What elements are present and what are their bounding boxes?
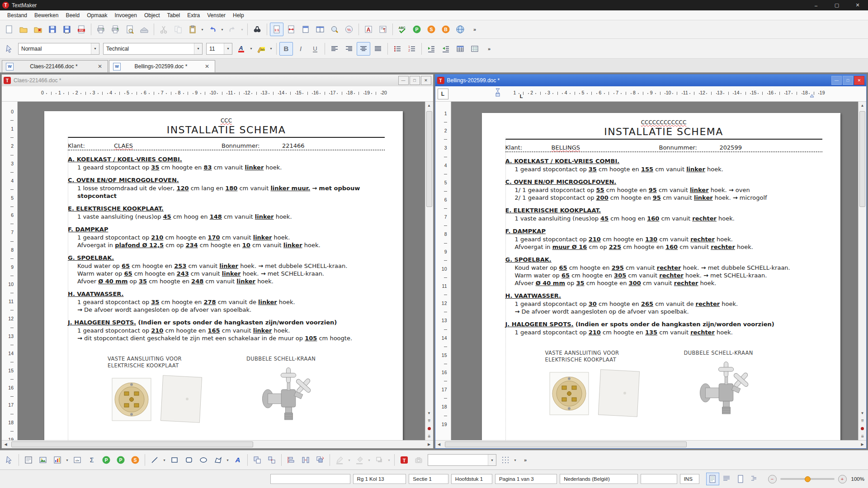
object-combo[interactable]: ▾ [428, 454, 496, 466]
align-justify-icon[interactable] [371, 42, 385, 56]
textmaker-object-icon[interactable]: T [397, 453, 411, 467]
planmaker-object-icon[interactable]: P [99, 453, 113, 467]
text-frame-icon[interactable] [22, 453, 35, 467]
scroll-track[interactable] [859, 109, 866, 409]
layout-view-icon[interactable] [706, 473, 719, 485]
overflow-icon[interactable]: » [482, 42, 496, 56]
textart-icon[interactable]: A [231, 453, 245, 467]
scroll-up-icon[interactable]: ▲ [859, 102, 866, 109]
child-window-titlebar[interactable]: TClaes-221466.doc *—□✕ [2, 75, 433, 86]
chart-dropdown[interactable]: ▾ [65, 454, 70, 466]
zoom-out-button[interactable]: − [768, 475, 777, 483]
previous-page-icon[interactable]: ⇈ [425, 417, 433, 425]
next-page-icon[interactable]: ⇊ [425, 432, 433, 440]
child-close-button[interactable]: ✕ [421, 76, 431, 85]
close-document-icon[interactable] [31, 23, 45, 36]
highlight-dropdown[interactable]: ▾ [269, 42, 274, 55]
find-icon[interactable] [250, 23, 264, 36]
scroll-thumb[interactable] [11, 441, 253, 447]
align-objects-icon[interactable] [284, 453, 298, 467]
app-title-bar[interactable]: T TextMaker – ▢ ✕ [0, 0, 868, 10]
save-all-icon[interactable] [60, 23, 74, 36]
child-close-button[interactable]: ✕ [854, 76, 864, 85]
paste-dropdown[interactable]: ▾ [200, 23, 205, 36]
menu-opmaak[interactable]: Opmaak [83, 11, 111, 19]
zoom-slider-thumb[interactable] [805, 476, 811, 482]
child-minimize-button[interactable]: — [398, 76, 409, 85]
scroll-track[interactable] [443, 441, 859, 448]
zoom-percent-icon[interactable]: % [342, 23, 356, 36]
scroll-track[interactable] [9, 441, 425, 448]
zoom-100-icon[interactable]: 1:1 [270, 23, 283, 36]
scan-icon[interactable] [137, 23, 151, 36]
print-preview-icon[interactable] [123, 23, 137, 36]
menu-beeld[interactable]: Beeld [62, 11, 83, 19]
increase-indent-icon[interactable] [439, 42, 453, 56]
font-color-icon[interactable]: A [235, 42, 248, 56]
chevron-down-icon[interactable]: ▾ [224, 43, 232, 54]
pointer-icon[interactable] [2, 42, 16, 56]
export-pdf-icon[interactable]: PDF [75, 23, 88, 36]
distribute-objects-icon[interactable] [299, 453, 312, 467]
right-indent-marker[interactable] [810, 93, 814, 99]
fullpage-view-icon[interactable] [734, 473, 747, 485]
scroll-thumb[interactable] [426, 111, 432, 207]
table-grid-icon[interactable] [468, 42, 481, 56]
paragraph-style-combo[interactable]: Normaal ▾ [18, 43, 99, 55]
scroll-thumb[interactable] [859, 111, 865, 207]
italic-icon[interactable]: I [294, 42, 307, 56]
draw-rectangle-icon[interactable] [168, 453, 181, 467]
ungroup-objects-icon[interactable] [265, 453, 278, 467]
overflow-icon[interactable]: » [519, 453, 532, 467]
draw-ellipse-icon[interactable] [197, 453, 210, 467]
menu-extra[interactable]: Extra [184, 11, 203, 19]
grid-settings-dropdown[interactable]: ▾ [513, 454, 518, 466]
scroll-thumb[interactable] [445, 441, 687, 447]
underline-icon[interactable]: U [308, 42, 322, 56]
scroll-right-icon[interactable]: ▶ [859, 441, 866, 448]
character-icon[interactable]: A [362, 23, 375, 36]
chevron-down-icon[interactable]: ▾ [91, 43, 99, 54]
zoom-in-button[interactable]: + [838, 475, 847, 483]
highlight-icon[interactable]: ab [255, 42, 268, 56]
grid-settings-icon[interactable] [499, 453, 512, 467]
zoom-tool-icon[interactable] [328, 23, 341, 36]
horizontal-scrollbar[interactable]: ◀▶ [2, 440, 433, 448]
menu-invoegen[interactable]: Invoegen [111, 11, 140, 19]
print-direct-icon[interactable] [108, 23, 122, 36]
draw-line-dropdown[interactable]: ▾ [162, 454, 167, 466]
document-tab[interactable]: WClaes-221466.doc *✕ [2, 60, 108, 72]
menu-bestand[interactable]: Bestand [4, 11, 31, 19]
page-view-icon[interactable] [299, 23, 312, 36]
align-center-icon[interactable] [357, 42, 370, 56]
child-minimize-button[interactable]: — [831, 76, 842, 85]
outline-view-icon[interactable] [748, 473, 761, 485]
softmaker-object-icon[interactable]: S [128, 453, 142, 467]
vertical-scrollbar[interactable]: ▲▼⇈⇊ [858, 102, 866, 440]
maximize-button[interactable]: ▢ [826, 0, 847, 10]
browse-object-icon[interactable] [859, 425, 866, 432]
new-document-icon[interactable] [2, 23, 16, 36]
previous-page-icon[interactable]: ⇈ [859, 417, 866, 425]
scroll-down-icon[interactable]: ▼ [859, 409, 866, 417]
menu-tabel[interactable]: Tabel [164, 11, 184, 19]
planmaker-icon[interactable]: P [410, 23, 424, 36]
chevron-down-icon[interactable]: ▾ [194, 43, 202, 54]
next-page-icon[interactable]: ⇊ [859, 432, 866, 440]
tab-close-icon[interactable]: ✕ [97, 63, 103, 70]
horizontal-scrollbar[interactable]: ◀▶ [435, 440, 867, 448]
zoom-slider[interactable]: − + [768, 475, 847, 483]
document-page[interactable]: CCCINSTALLATIE SCHEMAKlant:CLAESBonnumme… [44, 111, 403, 440]
indent-marker[interactable] [495, 88, 500, 99]
scroll-down-icon[interactable]: ▼ [425, 409, 433, 417]
basicmaker-icon[interactable]: B [439, 23, 453, 36]
font-size-combo[interactable]: 11 ▾ [206, 43, 232, 55]
close-button[interactable]: ✕ [847, 0, 868, 10]
facing-pages-icon[interactable] [313, 23, 327, 36]
child-window-titlebar[interactable]: TBellings-202599.doc *—□✕ [435, 75, 867, 86]
scroll-right-icon[interactable]: ▶ [425, 441, 433, 448]
open-icon[interactable] [17, 23, 30, 36]
presentations-object-icon[interactable]: P [114, 453, 127, 467]
chart-icon[interactable] [51, 453, 64, 467]
picture-frame-icon[interactable] [36, 453, 50, 467]
